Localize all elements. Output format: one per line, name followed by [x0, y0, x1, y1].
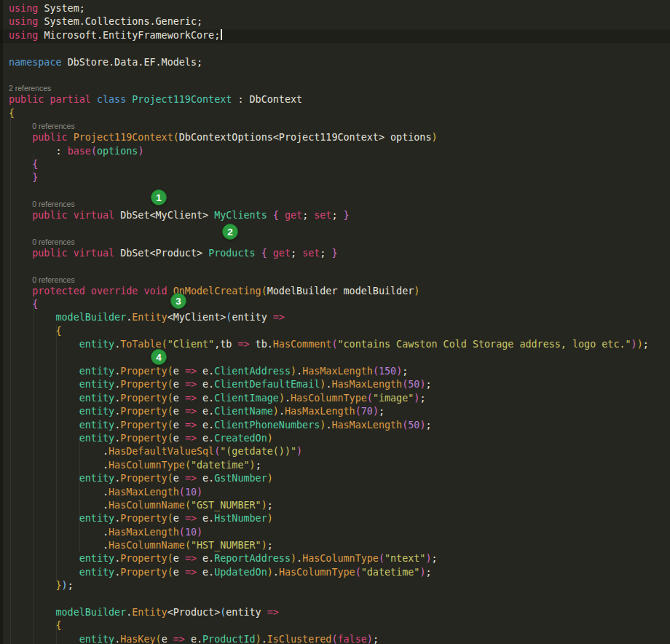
- code-lines-container: using System;using System.Collections.Ge…: [9, 2, 670, 644]
- code-token: HasColumnType: [302, 553, 379, 564]
- code-line[interactable]: entity.Property(e => e.ClientPhoneNumber…: [9, 419, 670, 432]
- code-line[interactable]: modelBuilder.Entity<MyClient>(entity =>: [9, 311, 670, 324]
- code-token: .: [296, 366, 302, 377]
- code-line[interactable]: entity.Property(e => e.ReportAddress).Ha…: [9, 552, 670, 565]
- code-token: (: [168, 433, 173, 444]
- code-token: (: [331, 634, 337, 644]
- code-token: [9, 513, 79, 524]
- code-line[interactable]: .HasColumnType("datetime");: [9, 459, 670, 472]
- code-line[interactable]: entity.Property(e => e.ClientDefaultEmai…: [9, 378, 670, 391]
- code-token: ProductId: [202, 634, 256, 644]
- blank-line[interactable]: [9, 593, 670, 606]
- code-token: ;: [291, 248, 302, 259]
- code-line[interactable]: entity.Property(e => e.ClientAddress).Ha…: [9, 365, 670, 378]
- code-token: entity: [79, 473, 114, 484]
- code-line[interactable]: : base(options): [9, 145, 670, 158]
- annotation-badge-3[interactable]: 3: [170, 293, 186, 309]
- code-line[interactable]: using Microsoft.EntityFrameworkCore;: [9, 29, 670, 42]
- code-token: .: [273, 567, 279, 578]
- code-token: e.: [197, 567, 214, 578]
- code-line[interactable]: {: [9, 619, 670, 632]
- code-line[interactable]: entity.Property(e => e.HstNumber): [9, 512, 670, 525]
- code-token: ): [261, 540, 267, 551]
- code-token: .: [285, 393, 291, 404]
- code-line[interactable]: protected override void OnModelCreating(…: [9, 285, 670, 298]
- blank-line[interactable]: [9, 222, 670, 235]
- code-token: ): [267, 433, 273, 444]
- code-token: e: [173, 553, 185, 564]
- codelens-references[interactable]: 0 references: [9, 236, 670, 247]
- code-token: HasColumnType: [109, 460, 185, 471]
- code-token: HstNumber: [214, 513, 267, 524]
- code-line[interactable]: .HasMaxLength(10): [9, 526, 670, 539]
- code-line[interactable]: {: [9, 325, 670, 338]
- code-token: Property: [120, 379, 168, 390]
- code-line[interactable]: entity.ToTable("Client",tb => tb.HasComm…: [9, 338, 670, 351]
- blank-line[interactable]: [9, 185, 670, 198]
- code-line[interactable]: public virtual DbSet<Product> Products {…: [9, 247, 670, 260]
- code-line[interactable]: modelBuilder.Entity<Product>(entity =>: [9, 606, 670, 619]
- codelens-references[interactable]: 0 references: [9, 274, 670, 285]
- code-token: ClientAddress: [214, 366, 291, 377]
- code-line[interactable]: entity.Property(e => e.ClientName).HasMa…: [9, 405, 670, 418]
- code-line[interactable]: entity.Property(e => e.CreatedOn): [9, 432, 670, 445]
- code-token: ): [273, 406, 279, 417]
- code-token: =>: [237, 339, 249, 350]
- blank-line[interactable]: [9, 260, 670, 273]
- code-line[interactable]: entity.Property(e => e.ClientImage).HasC…: [9, 392, 670, 405]
- code-editor[interactable]: using System;using System.Collections.Ge…: [0, 0, 670, 644]
- codelens-references[interactable]: 2 references: [9, 82, 670, 93]
- code-line[interactable]: .HasColumnName("GST_NUMBER");: [9, 499, 670, 512]
- annotation-badge-1[interactable]: 1: [151, 189, 167, 205]
- blank-line[interactable]: [9, 352, 670, 365]
- blank-line[interactable]: [9, 42, 670, 55]
- code-line[interactable]: entity.Property(e => e.UpdatedOn).HasCol…: [9, 566, 670, 579]
- annotation-badge-2[interactable]: 2: [222, 224, 238, 240]
- code-line[interactable]: {: [9, 158, 670, 171]
- code-line[interactable]: using System;: [9, 2, 670, 15]
- code-token: entity: [79, 433, 114, 444]
- code-token: "ntext": [385, 553, 425, 564]
- code-token: e: [173, 366, 185, 377]
- code-token: Property: [120, 433, 168, 444]
- code-token: }: [344, 210, 350, 221]
- code-line[interactable]: public partial class Project119Context :…: [9, 93, 670, 106]
- code-line[interactable]: namespace DbStore.Data.EF.Models;: [9, 56, 670, 69]
- code-token: "contains Cawston Cold Storage address, …: [338, 339, 631, 350]
- blank-line[interactable]: [9, 69, 670, 82]
- code-token: .: [279, 406, 285, 417]
- code-token: e: [173, 406, 185, 417]
- code-token: ClientPhoneNumbers: [214, 420, 320, 431]
- code-line[interactable]: .HasMaxLength(10): [9, 486, 670, 499]
- code-line[interactable]: public virtual DbSet<MyClient> MyClients…: [9, 209, 670, 222]
- code-token: HasComment: [273, 339, 332, 350]
- code-line[interactable]: {: [9, 107, 670, 120]
- code-token: HasMaxLength: [331, 420, 402, 431]
- code-token: Property: [120, 567, 168, 578]
- code-token: [9, 326, 56, 337]
- code-token: DbStore.Data.EF.Models;: [68, 57, 202, 68]
- code-token: =>: [267, 607, 279, 618]
- code-token: .: [9, 527, 109, 538]
- code-line[interactable]: public Project119Context(DbContextOption…: [9, 131, 670, 144]
- code-token: Entity: [132, 312, 167, 323]
- codelens-references[interactable]: 0 references: [9, 120, 670, 131]
- code-token: get: [285, 210, 302, 221]
- code-token: ): [197, 527, 202, 538]
- code-line[interactable]: entity.HasKey(e => e.ProductId).IsCluste…: [9, 633, 670, 644]
- code-line[interactable]: });: [9, 579, 670, 592]
- code-token: ): [414, 286, 419, 297]
- code-token: .: [114, 634, 120, 644]
- annotation-badge-4[interactable]: 4: [151, 349, 167, 365]
- codelens-references[interactable]: 0 references: [9, 198, 670, 209]
- code-line[interactable]: .HasColumnName("HST_NUMBER");: [9, 539, 670, 552]
- code-token: .: [9, 540, 109, 551]
- code-line[interactable]: using System.Collections.Generic;: [9, 15, 670, 28]
- code-token: GstNumber: [214, 473, 267, 484]
- code-line[interactable]: .HasDefaultValueSql("(getdate())"): [9, 445, 670, 458]
- code-token: e.: [197, 406, 214, 417]
- code-token: .: [114, 339, 120, 350]
- code-line[interactable]: entity.Property(e => e.GstNumber): [9, 472, 670, 485]
- code-line[interactable]: }: [9, 171, 670, 184]
- code-line[interactable]: {: [9, 298, 670, 311]
